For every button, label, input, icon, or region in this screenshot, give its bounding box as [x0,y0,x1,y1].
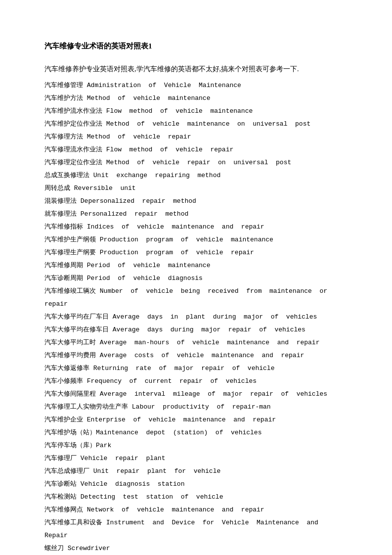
term-item: 汽车停车场（库）Park [44,439,348,452]
term-item: 总成互换修理法 Unit exchange repairing method [44,169,348,182]
term-item: 汽车维修指标 Indices of vehicle maintenance an… [44,221,348,233]
intro-text: 汽车维修养护专业英语对照表,学汽车维修的英语都不太好,搞来个对照表可参考一下. [44,63,348,75]
term-item: 汽车维护流水作业法 Flow method of vehicle mainten… [44,105,348,118]
term-item: 汽车诊断站 Vehicle diagnosis station [44,478,348,491]
term-item: 汽车大修间隔里程 Average interval mileage of maj… [44,388,348,401]
term-item: 混装修理法 Depersonalized repair method [44,195,348,208]
term-item: 汽车修理生产纲要 Production program of vehicle r… [44,246,348,259]
term-item: 汽车修理厂 Vehicle repair plant [44,452,348,465]
term-item: 汽车大修平均工时 Average man-hours of vehicle ma… [44,336,348,349]
term-item: 汽车修理定位作业法 Method of vehicle repair on un… [44,156,348,169]
term-item: 就车修理法 Personalized repair method [44,208,348,221]
term-item: 汽车维修平均费用 Average costs of vehicle mainte… [44,349,348,362]
term-item: 汽车总成修理厂 Unit repair plant for vehicle [44,465,348,478]
term-item: 汽车维护企业 Enterprise of vehicle maintenance… [44,414,348,426]
term-item: 汽车检测站 Detecting test station of vehicle [44,491,348,504]
term-item: 汽车大修返修率 Returning rate of major repair o… [44,362,348,375]
term-item: 周转总成 Reversible unit [44,182,348,195]
term-item: 汽车维护定位作业法 Method of vehicle maintenance … [44,118,348,131]
term-item: 汽车维护场（站）Maintenance depot (station) of v… [44,426,348,439]
term-item: 汽车修理工人实物劳动生产率 Labour productivity of rep… [44,401,348,414]
page-title: 汽车维修专业术语的英语对照表1 [44,40,348,53]
term-item: 汽车维修工具和设备 Instrument and Device for Vehi… [44,516,348,542]
term-item: 汽车小修频率 Frequency of current repair of ve… [44,375,348,388]
term-item: 汽车维修竣工辆次 Number of vehicle being receive… [44,285,348,311]
term-item: 汽车维护生产纲领 Production program of vehicle m… [44,233,348,246]
term-item: 汽车大修平均在厂车日 Average days in plant during … [44,311,348,324]
term-item: 汽车维修网点 Network of vehicle maintenance an… [44,504,348,516]
term-item: 汽车维护方法 Method of vehicle maintenance [44,92,348,105]
term-item: 汽车大修平均在修车日 Average days during major rep… [44,324,348,336]
term-item: 汽车修理方法 Method of vehicle repair [44,131,348,143]
term-item: 汽车维修管理 Administration of Vehicle Mainten… [44,79,348,92]
term-item: 汽车诊断周期 Period of vehicle diagnosis [44,272,348,285]
terms-list: 汽车维修管理 Administration of Vehicle Mainten… [44,79,348,555]
term-item: 汽车修理流水作业法 Flow method of vehicle repair [44,143,348,156]
term-item: 汽车维修周期 Period of vehicle maintenance [44,259,348,272]
term-item: 螺丝刀 Screwdriver [44,542,348,555]
